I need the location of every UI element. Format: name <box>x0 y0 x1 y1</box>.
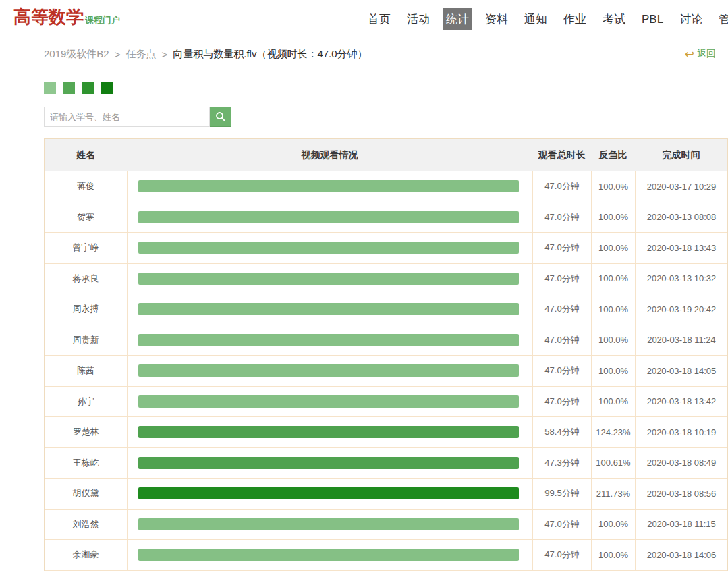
watch-progress-bar <box>138 303 519 315</box>
rumination-ratio: 211.73% <box>591 479 635 509</box>
table-row: 蒋承良 47.0分钟 100.0% 2020-03-13 10:32 <box>45 264 727 295</box>
top-bar: 高等数学 课程门户 首页活动统计资料通知作业考试PBL讨论管 <box>0 0 728 38</box>
nav-item-管[interactable]: 管 <box>715 8 728 30</box>
legend-swatch <box>63 82 75 94</box>
table-header-row: 姓名视频观看情况观看总时长反刍比完成时间 <box>45 139 727 171</box>
watch-progress-bar <box>138 426 519 438</box>
watch-duration: 47.0分钟 <box>532 294 591 325</box>
student-name: 孙宇 <box>45 387 127 417</box>
watch-bar-cell <box>127 448 532 479</box>
student-name: 蒋承良 <box>45 264 127 294</box>
finish-time: 2020-03-18 11:15 <box>635 510 727 540</box>
nav-item-统计[interactable]: 统计 <box>443 8 472 30</box>
finish-time: 2020-03-18 08:56 <box>635 479 727 509</box>
breadcrumb-course[interactable]: 2019级软件B2 <box>44 48 109 61</box>
table-row: 贺寒 47.0分钟 100.0% 2020-03-13 08:08 <box>45 202 727 234</box>
breadcrumb-bar: 2019级软件B2 > 任务点 > 向量积与数量积.flv（视频时长：47.0分… <box>0 38 728 70</box>
table-row: 余湘豪 47.0分钟 100.0% 2020-03-18 14:06 <box>45 540 727 571</box>
rumination-ratio: 100.0% <box>591 233 635 263</box>
finish-time: 2020-03-13 10:32 <box>635 264 727 294</box>
watch-progress-bar <box>138 334 519 346</box>
site-subtitle: 课程门户 <box>85 16 120 26</box>
watch-duration: 47.0分钟 <box>532 387 591 417</box>
watch-duration: 47.0分钟 <box>532 540 591 570</box>
finish-time: 2020-03-17 10:29 <box>635 171 727 202</box>
watch-duration: 99.5分钟 <box>532 479 591 509</box>
nav-item-通知[interactable]: 通知 <box>521 8 551 30</box>
rumination-ratio: 100.0% <box>591 264 635 294</box>
site-logo[interactable]: 高等数学 课程门户 <box>13 8 120 26</box>
nav-item-作业[interactable]: 作业 <box>560 8 590 30</box>
breadcrumb-separator: > <box>161 49 167 60</box>
back-button[interactable]: ↩ 返回 <box>685 48 716 60</box>
watch-bar-cell <box>127 294 532 325</box>
column-header: 观看总时长 <box>532 149 591 161</box>
watch-bar-cell <box>127 387 532 417</box>
watch-duration: 58.4分钟 <box>532 417 591 447</box>
student-name: 周永搏 <box>45 294 127 325</box>
watch-progress-bar <box>138 242 519 254</box>
watch-duration: 47.3分钟 <box>532 448 591 479</box>
watch-bar-cell <box>127 202 532 233</box>
watch-duration: 47.0分钟 <box>532 171 591 202</box>
finish-time: 2020-03-19 20:42 <box>635 294 727 325</box>
column-header: 姓名 <box>45 149 127 161</box>
rumination-ratio: 100.0% <box>591 325 635 356</box>
finish-time: 2020-03-18 14:05 <box>635 356 727 386</box>
search-input[interactable] <box>44 107 210 127</box>
watch-progress-bar <box>138 180 519 192</box>
watch-duration: 47.0分钟 <box>532 325 591 356</box>
nav-item-资料[interactable]: 资料 <box>482 8 511 30</box>
table-row: 陈茜 47.0分钟 100.0% 2020-03-18 14:05 <box>45 356 727 387</box>
watch-progress-bar <box>138 395 519 408</box>
search-row <box>44 107 728 127</box>
table-row: 罗楚林 58.4分钟 124.23% 2020-03-18 10:19 <box>45 417 727 448</box>
watch-stats-table: 姓名视频观看情况观看总时长反刍比完成时间 蒋俊 47.0分钟 100.0% 20… <box>44 138 728 571</box>
legend-swatch <box>101 82 113 94</box>
table-row: 蒋俊 47.0分钟 100.0% 2020-03-17 10:29 <box>45 171 727 202</box>
watch-progress-bar <box>138 211 519 223</box>
student-name: 余湘豪 <box>45 540 127 570</box>
table-row: 胡仪黛 99.5分钟 211.73% 2020-03-18 08:56 <box>45 479 727 510</box>
back-label: 返回 <box>697 48 716 60</box>
column-header: 视频观看情况 <box>127 149 532 161</box>
finish-time: 2020-03-18 08:49 <box>635 448 727 479</box>
back-arrow-icon: ↩ <box>685 49 694 60</box>
table-row: 刘浩然 47.0分钟 100.0% 2020-03-18 11:15 <box>45 510 727 541</box>
nav-item-活动[interactable]: 活动 <box>403 8 433 30</box>
column-header: 反刍比 <box>591 149 635 161</box>
table-row: 周贵新 47.0分钟 100.0% 2020-03-18 11:24 <box>45 325 727 356</box>
search-button[interactable] <box>210 107 231 127</box>
watch-progress-bar <box>138 457 519 469</box>
rumination-ratio: 100.0% <box>591 294 635 325</box>
watch-duration: 47.0分钟 <box>532 510 591 540</box>
nav-item-讨论[interactable]: 讨论 <box>676 8 706 30</box>
rumination-ratio: 100.0% <box>591 356 635 386</box>
watch-progress-bar <box>138 487 519 499</box>
search-icon <box>215 111 226 122</box>
finish-time: 2020-03-18 11:24 <box>635 325 727 356</box>
student-name: 曾宇峥 <box>45 233 127 263</box>
student-name: 陈茜 <box>45 356 127 386</box>
rumination-ratio: 100.61% <box>591 448 635 479</box>
nav-item-首页[interactable]: 首页 <box>364 8 394 30</box>
legend <box>44 82 728 94</box>
watch-bar-cell <box>127 417 532 447</box>
legend-swatch <box>44 82 56 94</box>
legend-swatch <box>82 82 94 94</box>
main-nav: 首页活动统计资料通知作业考试PBL讨论管 <box>360 0 728 38</box>
breadcrumb-separator: > <box>115 49 121 60</box>
nav-item-考试[interactable]: 考试 <box>599 8 629 30</box>
watch-progress-bar <box>138 273 519 285</box>
rumination-ratio: 100.0% <box>591 171 635 202</box>
table-row: 周永搏 47.0分钟 100.0% 2020-03-19 20:42 <box>45 294 727 325</box>
rumination-ratio: 100.0% <box>591 202 635 233</box>
student-name: 贺寒 <box>45 202 127 233</box>
rumination-ratio: 100.0% <box>591 510 635 540</box>
breadcrumb-section[interactable]: 任务点 <box>125 48 156 61</box>
student-name: 王栋屹 <box>45 448 127 479</box>
nav-item-PBL[interactable]: PBL <box>638 9 667 30</box>
watch-bar-cell <box>127 540 532 570</box>
watch-bar-cell <box>127 264 532 294</box>
table-body: 蒋俊 47.0分钟 100.0% 2020-03-17 10:29 贺寒 47.… <box>45 171 727 571</box>
